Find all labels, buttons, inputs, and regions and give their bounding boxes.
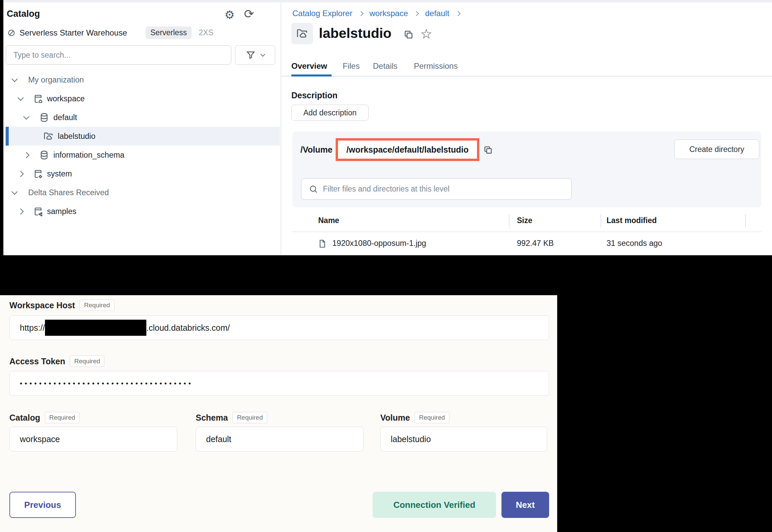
field-label-text: Schema xyxy=(196,413,228,423)
tab-permissions[interactable]: Permissions xyxy=(414,61,458,71)
catalog-share-icon xyxy=(33,206,43,217)
access-token-label: Access Token Required xyxy=(9,356,104,367)
filter-input-wrap xyxy=(301,178,572,200)
add-description-button[interactable]: Add description xyxy=(291,105,369,121)
column-separator xyxy=(509,214,510,227)
window-top-strip xyxy=(3,0,772,2)
column-header-name[interactable]: Name xyxy=(318,216,339,225)
favorite-star-icon[interactable]: ☆ xyxy=(420,26,432,42)
tree-item-labelstudio-selected[interactable]: labelstudio xyxy=(4,127,280,146)
tree-item-my-organization[interactable]: My organization xyxy=(4,70,280,89)
tab-details[interactable]: Details xyxy=(373,61,397,71)
column-header-size[interactable]: Size xyxy=(517,216,532,225)
access-token-input[interactable]: •••••••••••••••••••••••••••••••••••• xyxy=(9,371,549,396)
tree-item-default[interactable]: default xyxy=(4,108,280,127)
filter-button[interactable] xyxy=(235,45,275,65)
file-name-cell[interactable]: 1920x1080-opposum-1.jpg xyxy=(332,239,426,248)
settings-gear-icon[interactable]: ⚙ xyxy=(223,8,236,21)
screenshot-root: Catalog ⚙ ⟳ Serverless Starter Warehouse… xyxy=(0,0,772,532)
next-button[interactable]: Next xyxy=(501,492,549,518)
tree-item-label: Delta Shares Received xyxy=(28,188,109,197)
schema-label: Schema Required xyxy=(196,412,267,423)
volume-path-prefix: /Volume xyxy=(300,145,332,155)
volume-icon-tile xyxy=(291,23,313,44)
chevron-down-icon xyxy=(23,113,29,119)
create-directory-button[interactable]: Create directory xyxy=(674,140,759,159)
copy-name-icon[interactable] xyxy=(403,29,414,40)
add-catalog-plus-icon[interactable] xyxy=(261,7,275,20)
previous-button[interactable]: Previous xyxy=(9,492,76,518)
search-icon xyxy=(308,184,319,194)
tree-item-information-schema[interactable]: information_schema xyxy=(4,146,280,164)
file-modified-cell: 31 seconds ago xyxy=(607,239,662,248)
serverless-slash-icon xyxy=(7,28,16,38)
field-label-text: Volume xyxy=(380,413,410,423)
warehouse-name[interactable]: Serverless Starter Warehouse xyxy=(19,28,127,38)
active-tab-underline xyxy=(291,74,332,76)
host-value-suffix: .cloud.databricks.com/ xyxy=(146,323,230,333)
volume-input[interactable] xyxy=(380,427,547,451)
chevron-right-icon xyxy=(358,11,364,16)
chevron-right-icon xyxy=(414,11,419,16)
chevron-down-icon xyxy=(260,52,265,56)
required-badge: Required xyxy=(45,412,80,423)
catalog-home-icon xyxy=(33,94,43,104)
volume-folder-cloud-icon xyxy=(296,27,308,40)
volume-label: Volume Required xyxy=(380,412,449,423)
tree-item-delta-shares-received[interactable]: Delta Shares Received xyxy=(4,183,280,202)
tree-item-label: information_schema xyxy=(53,151,125,160)
catalog-label: Catalog Required xyxy=(9,412,80,423)
tree-item-label: default xyxy=(53,113,77,122)
connection-verified-status: Connection Verified xyxy=(373,492,496,518)
breadcrumb-catalog-explorer[interactable]: Catalog Explorer xyxy=(292,9,352,18)
volume-path-highlighted: /workspace/default/labelstudio xyxy=(346,145,469,155)
volume-path-highlight-box: /workspace/default/labelstudio xyxy=(336,138,479,161)
workspace-host-label: Workspace Host Required xyxy=(9,300,114,311)
required-badge: Required xyxy=(80,300,114,311)
tree-item-label: workspace xyxy=(47,94,85,103)
copy-path-icon[interactable] xyxy=(483,145,493,155)
sidebar-divider xyxy=(281,2,281,255)
database-schema-icon xyxy=(39,112,49,123)
tab-overview[interactable]: Overview xyxy=(291,61,327,71)
breadcrumb-workspace[interactable]: workspace xyxy=(370,9,408,18)
chevron-down-icon xyxy=(11,189,17,195)
host-value-prefix: https:// xyxy=(20,323,45,333)
selected-indicator-bar xyxy=(6,127,9,146)
tab-files[interactable]: Files xyxy=(343,61,360,71)
chevron-down-icon xyxy=(11,76,17,82)
tree-item-label: samples xyxy=(47,207,77,216)
table-row[interactable]: 1920x1080-opposum-1.jpg 992.47 KB 31 sec… xyxy=(292,232,761,255)
field-label-text: Workspace Host xyxy=(9,301,75,310)
warehouse-serverless-badge: Serverless xyxy=(146,26,192,39)
field-label-text: Catalog xyxy=(9,413,40,423)
required-badge: Required xyxy=(70,356,104,367)
breadcrumb: Catalog Explorer workspace default xyxy=(292,9,461,18)
refresh-icon[interactable]: ⟳ xyxy=(242,7,256,21)
volume-folder-cloud-icon xyxy=(43,131,54,142)
breadcrumb-default[interactable]: default xyxy=(425,9,449,18)
tree-item-samples[interactable]: samples xyxy=(4,202,280,221)
catalog-gear-icon xyxy=(33,169,43,179)
catalog-input[interactable] xyxy=(9,427,177,451)
filter-files-input[interactable] xyxy=(301,178,572,200)
required-badge: Required xyxy=(233,412,267,423)
page-title: labelstudio xyxy=(319,25,391,41)
chevron-right-icon xyxy=(23,152,29,158)
tree-item-label: My organization xyxy=(28,75,84,85)
tabs-bottom-border xyxy=(281,76,772,76)
tree-item-system[interactable]: system xyxy=(4,164,280,183)
column-header-last-modified[interactable]: Last modified xyxy=(607,216,657,225)
redacted-host-block xyxy=(45,320,146,336)
chevron-right-icon xyxy=(17,208,23,214)
file-size-cell: 992.47 KB xyxy=(517,239,554,248)
warehouse-size-label: 2XS xyxy=(199,28,213,37)
funnel-icon xyxy=(246,50,256,60)
field-label-text: Access Token xyxy=(9,357,65,366)
schema-input[interactable] xyxy=(196,427,364,451)
catalog-search-input[interactable] xyxy=(6,45,231,65)
tree-item-label: system xyxy=(47,169,72,178)
workspace-host-input[interactable]: https://.cloud.databricks.com/ xyxy=(9,315,549,340)
description-heading: Description xyxy=(291,91,338,100)
tree-item-workspace[interactable]: workspace xyxy=(4,89,280,108)
